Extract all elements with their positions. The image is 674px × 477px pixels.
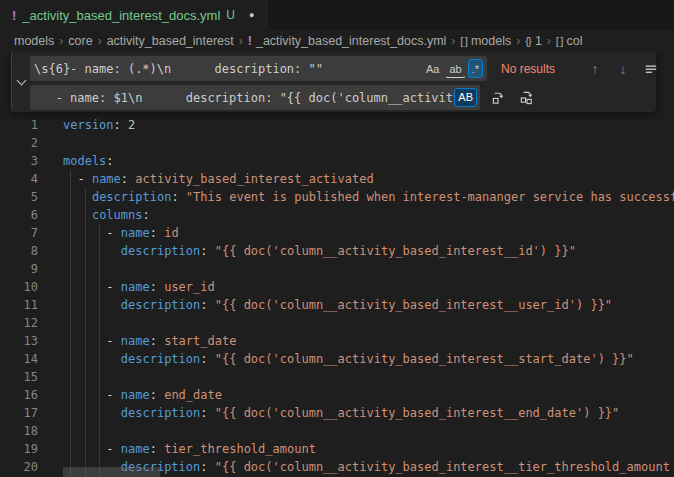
code-line[interactable]: 10 - name: user_id — [0, 278, 674, 296]
code-text: - name: activity_based_interest_activate… — [63, 170, 374, 188]
breadcrumb-item-label: _activity_based_interest_docs.yml — [256, 34, 446, 48]
tab-active-file[interactable]: ! _activity_based_interest_docs.yml U ● — [0, 0, 267, 30]
breadcrumb-item-label: 1 — [535, 34, 542, 48]
chevron-down-icon — [16, 75, 26, 85]
breadcrumb-item[interactable]: [ ]models — [460, 34, 511, 48]
code-lines: 1version: 223models:4 - name: activity_b… — [0, 116, 674, 476]
line-number: 9 — [0, 260, 38, 278]
replace-row: - name: $1\n description: "{{ doc('colum… — [30, 85, 674, 110]
find-in-selection-button[interactable] — [641, 59, 661, 79]
breadcrumb-separator: › — [98, 34, 102, 48]
breadcrumb-item[interactable]: core — [68, 34, 92, 48]
replace-input[interactable]: - name: $1\n description: "{{ doc('colum… — [30, 85, 480, 110]
vscode-window: ! _activity_based_interest_docs.yml U ● … — [0, 0, 674, 477]
breadcrumb-items: models›core›activity_based_interest›!_ac… — [14, 34, 582, 48]
next-match-button[interactable]: ↓ — [613, 59, 633, 79]
line-number: 8 — [0, 242, 38, 260]
code-line[interactable]: 11 description: "{{ doc('column__activit… — [0, 296, 674, 314]
code-line[interactable]: 13 - name: start_date — [0, 332, 674, 350]
indent-guide — [85, 188, 86, 477]
code-text: - name: start_date — [63, 332, 236, 350]
find-input-value: \s{6}- name: (.*)\n description: "" — [34, 62, 418, 76]
line-number: 13 — [0, 332, 38, 350]
line-number: 16 — [0, 386, 38, 404]
find-result-status: No results — [501, 62, 573, 76]
code-text: description: "{{ doc('column__activity_b… — [63, 404, 619, 422]
close-find-widget-button[interactable]: × — [669, 59, 674, 79]
array-symbol-icon: [ ] — [556, 35, 563, 47]
line-number: 7 — [0, 224, 38, 242]
match-case-toggle[interactable]: Aa — [422, 59, 443, 78]
yaml-file-icon: ! — [248, 34, 252, 48]
breadcrumb-item[interactable]: [ ]col — [556, 34, 583, 48]
unsaved-dot-icon[interactable]: ● — [249, 10, 254, 20]
tab-bar: ! _activity_based_interest_docs.yml U ● — [0, 0, 674, 30]
code-text: version: 2 — [63, 116, 135, 134]
preserve-case-toggle[interactable]: AB — [454, 88, 477, 107]
find-input[interactable]: \s{6}- name: (.*)\n description: "" Aa a… — [30, 56, 487, 81]
replace-button[interactable] — [488, 88, 508, 108]
code-line[interactable]: 15 — [0, 368, 674, 386]
code-text: - name: end_date — [63, 386, 222, 404]
code-text: - name: tier_threshold_amount — [63, 440, 316, 458]
breadcrumb-item[interactable]: {}1 — [525, 34, 542, 48]
find-replace-widget: \s{6}- name: (.*)\n description: "" Aa a… — [11, 52, 656, 112]
code-line[interactable]: 8 description: "{{ doc('column__activity… — [0, 242, 674, 260]
breadcrumb-item[interactable]: !_activity_based_interest_docs.yml — [248, 34, 447, 48]
regex-toggle[interactable]: .* — [468, 59, 483, 78]
horizontal-scrollbar[interactable] — [63, 467, 160, 477]
code-line[interactable]: 19 - name: tier_threshold_amount — [0, 440, 674, 458]
replace-all-button[interactable] — [516, 88, 536, 108]
array-symbol-icon: [ ] — [460, 35, 467, 47]
code-line[interactable]: 17 description: "{{ doc('column__activit… — [0, 404, 674, 422]
line-number: 1 — [0, 116, 38, 134]
line-number: 2 — [0, 134, 38, 152]
yaml-file-icon: ! — [12, 8, 16, 23]
code-line[interactable]: 12 — [0, 314, 674, 332]
breadcrumb-separator: › — [239, 34, 243, 48]
breadcrumb-item[interactable]: models — [14, 34, 54, 48]
breadcrumb: models›core›activity_based_interest›!_ac… — [0, 30, 674, 52]
line-number: 11 — [0, 296, 38, 314]
code-line[interactable]: 5 description: "This event is published … — [0, 188, 674, 206]
tab-filename: _activity_based_interest_docs.yml — [22, 8, 220, 23]
toggle-replace-button[interactable] — [12, 52, 30, 112]
code-line[interactable]: 4 - name: activity_based_interest_activa… — [0, 170, 674, 188]
code-text: description: "{{ doc('column__activity_b… — [63, 350, 634, 368]
code-line[interactable]: 16 - name: end_date — [0, 386, 674, 404]
previous-match-button[interactable]: ↑ — [585, 59, 605, 79]
line-number: 15 — [0, 368, 38, 386]
line-number: 19 — [0, 440, 38, 458]
code-text: description: "{{ doc('column__activity_b… — [63, 296, 612, 314]
replace-input-value: - name: $1\n description: "{{ doc('colum… — [34, 91, 476, 105]
code-text: models: — [63, 152, 114, 170]
line-number: 4 — [0, 170, 38, 188]
breadcrumb-separator: › — [516, 34, 520, 48]
breadcrumb-separator: › — [547, 34, 551, 48]
line-number: 12 — [0, 314, 38, 332]
editor[interactable]: 1version: 223models:4 - name: activity_b… — [0, 52, 674, 477]
code-line[interactable]: 7 - name: id — [0, 224, 674, 242]
line-number: 10 — [0, 278, 38, 296]
line-number: 5 — [0, 188, 38, 206]
indent-guide — [99, 224, 100, 477]
find-row: \s{6}- name: (.*)\n description: "" Aa a… — [30, 56, 674, 81]
breadcrumb-item-label: models — [14, 34, 54, 48]
line-number: 20 — [0, 458, 38, 476]
indent-guide — [70, 170, 71, 477]
code-line[interactable]: 18 — [0, 422, 674, 440]
whole-word-toggle[interactable]: ab — [445, 59, 465, 78]
line-number: 6 — [0, 206, 38, 224]
code-line[interactable]: 14 description: "{{ doc('column__activit… — [0, 350, 674, 368]
code-text: columns: — [63, 206, 150, 224]
code-line[interactable]: 3models: — [0, 152, 674, 170]
breadcrumb-item[interactable]: activity_based_interest — [107, 34, 234, 48]
breadcrumb-item-label: col — [566, 34, 582, 48]
find-widget-main: \s{6}- name: (.*)\n description: "" Aa a… — [30, 52, 674, 112]
breadcrumb-item-label: core — [68, 34, 92, 48]
code-line[interactable]: 2 — [0, 134, 674, 152]
code-line[interactable]: 9 — [0, 260, 674, 278]
code-text: description: "This event is published wh… — [63, 188, 674, 206]
code-line[interactable]: 6 columns: — [0, 206, 674, 224]
code-line[interactable]: 1version: 2 — [0, 116, 674, 134]
